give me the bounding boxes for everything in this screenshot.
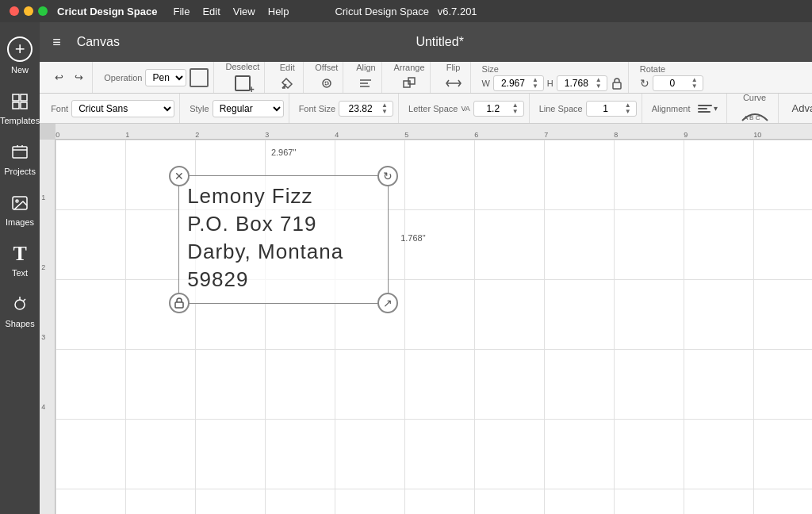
edit-button[interactable] — [276, 74, 298, 93]
rotate-label: Rotate — [640, 64, 703, 74]
rotate-down[interactable]: ▼ — [690, 83, 699, 90]
lock-aspect-icon[interactable] — [611, 75, 623, 91]
text-content[interactable]: Lemony Fizz P.O. Box 719 Darby, Montana … — [179, 176, 388, 300]
projects-icon — [9, 141, 31, 163]
operation-select[interactable]: Pen — [145, 69, 186, 86]
text-line-1: Lemony Fizz — [187, 182, 380, 210]
align-button[interactable] — [354, 74, 377, 93]
operation-box-icon — [190, 68, 209, 87]
sidebar-label-images: Images — [6, 217, 34, 227]
images-icon — [9, 192, 31, 214]
font-size-down[interactable]: ▼ — [380, 109, 389, 115]
curve-group: Curve A B C — [732, 94, 779, 123]
flip-label: Flip — [446, 63, 461, 72]
font-toolbar: Font Cricut Sans Style Regular Font Size — [40, 94, 812, 124]
rotate-handle[interactable]: ↻ — [377, 166, 398, 186]
arrange-button[interactable] — [398, 74, 420, 93]
size-w-stepper: ▲ ▼ — [530, 77, 540, 90]
font-size-input-group: ▲ ▼ — [339, 101, 393, 117]
letter-space-group: Letter Space VA ▲ ▼ — [404, 94, 530, 123]
ruler-mark-8: 8 — [614, 131, 618, 139]
ruler-vmark-4: 4 — [41, 403, 45, 411]
svg-rect-17 — [175, 302, 183, 308]
size-h-input[interactable] — [561, 78, 592, 89]
ruler-horizontal: 0 1 2 3 4 5 6 7 8 9 10 — [56, 124, 812, 140]
sidebar-item-new[interactable]: + New — [0, 29, 40, 82]
line-space-down[interactable]: ▼ — [623, 109, 633, 115]
maximize-button[interactable] — [38, 6, 48, 16]
arrange-group: Arrange — [389, 62, 430, 93]
font-size-label: Font Size — [299, 104, 335, 113]
text-line-2: P.O. Box 719 — [187, 210, 380, 238]
operation-label: Operation — [104, 73, 142, 82]
ruler-mark-1: 1 — [125, 131, 129, 139]
undo-button[interactable]: ↩ — [51, 69, 67, 86]
curve-button[interactable]: A B C — [737, 104, 773, 125]
offset-button[interactable] — [316, 74, 338, 93]
ruler-mark-5: 5 — [404, 131, 408, 139]
alignment-button[interactable]: ▾ — [694, 102, 722, 115]
sidebar-label-new: New — [11, 65, 29, 75]
line-space-stepper: ▲ ▼ — [623, 102, 633, 115]
sidebar-label-projects: Projects — [4, 167, 36, 176]
sidebar-label-templates: Templates — [0, 116, 40, 125]
letter-space-down[interactable]: ▼ — [511, 109, 520, 115]
sidebar-item-images[interactable]: Images — [0, 184, 40, 235]
advanced-button[interactable]: Adva ≫ — [788, 100, 812, 117]
minimize-button[interactable] — [24, 6, 33, 16]
text-element[interactable]: ✕ ↻ ↗ Lemony Fizz P — [178, 175, 389, 304]
sidebar-item-shapes[interactable]: Shapes — [0, 286, 40, 336]
alignment-icon — [698, 105, 712, 113]
content-area: ≡ Canvas Untitled* ↩ ↪ Operation Pen — [40, 22, 812, 514]
letter-space-input-group: ▲ ▼ — [473, 101, 524, 117]
alignment-group: Alignment ▾ — [647, 94, 727, 123]
menu-edit[interactable]: Edit — [202, 6, 220, 17]
sidebar-label-shapes: Shapes — [5, 319, 34, 328]
size-w-down[interactable]: ▼ — [530, 83, 540, 90]
ruler-mark-10: 10 — [753, 131, 761, 139]
curve-label: Curve — [743, 93, 766, 102]
main-toolbar: ↩ ↪ Operation Pen Deselect — [40, 62, 812, 94]
resize-handle[interactable]: ↗ — [377, 293, 398, 313]
ruler-mark-3: 3 — [265, 131, 269, 139]
lock-handle[interactable] — [169, 293, 190, 313]
rotate-input-group: ▲ ▼ — [653, 75, 703, 91]
line-space-group: Line Space ▲ ▼ — [534, 94, 642, 123]
style-label: Style — [190, 104, 209, 113]
flip-button[interactable] — [442, 74, 465, 93]
menu-file[interactable]: File — [173, 6, 190, 17]
size-h-down[interactable]: ▼ — [594, 83, 603, 90]
canvas-area: 0 1 2 3 4 5 6 7 8 9 10 1 2 3 4 — [40, 124, 812, 514]
flip-group: Flip — [437, 62, 471, 93]
line-space-input[interactable] — [590, 103, 622, 114]
size-w-input[interactable] — [497, 78, 529, 89]
sidebar-label-text: Text — [12, 268, 28, 278]
deselect-button[interactable] — [231, 73, 255, 94]
rotate-input[interactable] — [657, 78, 688, 89]
menu-help[interactable]: Help — [268, 6, 289, 17]
menu-view[interactable]: View — [233, 6, 255, 17]
close-button[interactable] — [10, 6, 19, 16]
style-select[interactable]: Regular — [213, 100, 284, 117]
size-group: Size W ▲ ▼ H — [477, 62, 629, 93]
advanced-group: Adva ≫ — [783, 94, 812, 123]
rotate-icon: ↻ — [640, 77, 649, 90]
redo-button[interactable]: ↪ — [71, 69, 87, 86]
shapes-icon — [9, 293, 31, 316]
undo-redo-group: ↩ ↪ — [46, 62, 93, 93]
letter-space-input[interactable] — [477, 103, 509, 114]
font-size-input[interactable] — [343, 103, 378, 114]
sidebar-item-projects[interactable]: Projects — [0, 133, 40, 184]
delete-handle[interactable]: ✕ — [169, 166, 190, 186]
offset-label: Offset — [315, 63, 338, 72]
align-group: Align — [350, 62, 382, 93]
line-space-input-group: ▲ ▼ — [586, 101, 637, 117]
plus-icon: + — [7, 36, 33, 62]
sidebar-item-text[interactable]: T Text — [0, 235, 40, 286]
deselect-label: Deselect — [225, 62, 259, 71]
sidebar-item-templates[interactable]: Templates — [0, 82, 40, 133]
hamburger-icon[interactable]: ≡ — [52, 34, 61, 51]
ruler-vertical: 1 2 3 4 — [40, 140, 56, 514]
font-select[interactable]: Cricut Sans — [71, 100, 174, 117]
menu-bar: File Edit View Help — [173, 6, 289, 17]
